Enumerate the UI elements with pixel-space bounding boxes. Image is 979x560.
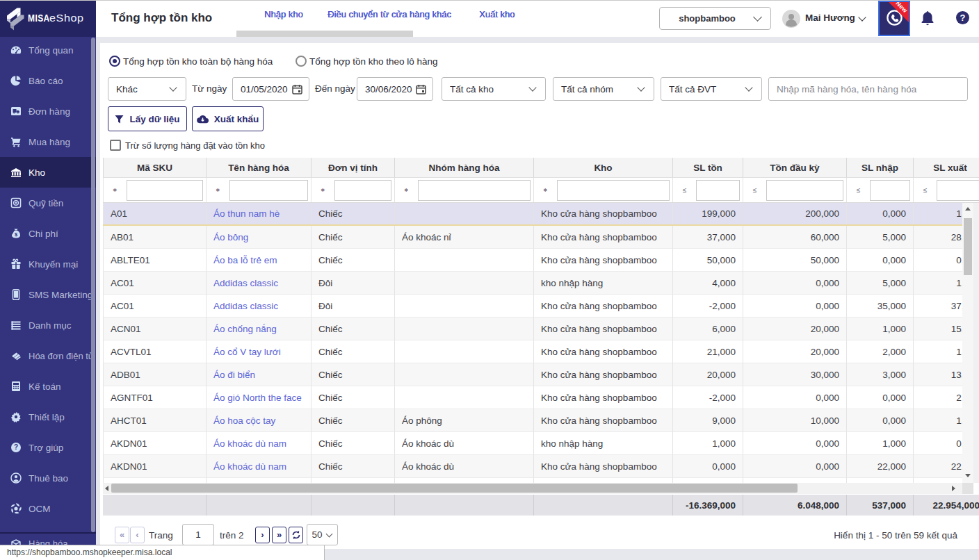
svg-text:?: ? bbox=[14, 443, 18, 451]
